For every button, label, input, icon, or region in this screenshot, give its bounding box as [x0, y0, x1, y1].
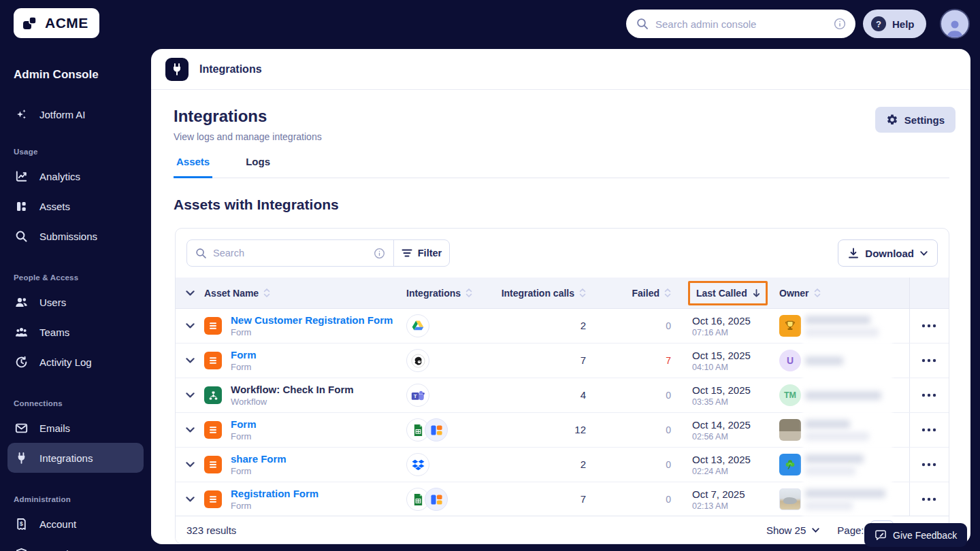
owner-avatar-clover[interactable] [779, 454, 801, 475]
main-content-card: Integrations Integrations View logs and … [151, 49, 970, 544]
row-actions-menu[interactable] [921, 463, 936, 467]
column-header-owner[interactable]: Owner [779, 288, 821, 299]
question-mark-icon: ? [871, 16, 886, 31]
settings-button[interactable]: Settings [875, 107, 956, 133]
row-actions-menu[interactable] [921, 497, 936, 501]
sidebar-item-assets[interactable]: Assets [0, 191, 151, 221]
owner-avatar-photo[interactable] [779, 419, 801, 441]
owner-avatar-initial[interactable]: U [779, 350, 801, 371]
form-icon [204, 317, 222, 335]
row-actions-menu[interactable] [921, 393, 936, 397]
row-actions-menu[interactable] [921, 324, 936, 328]
admin-search-bar[interactable] [626, 10, 855, 38]
settings-label: Settings [904, 114, 945, 126]
microsoft-teams-icon: T [406, 384, 429, 407]
table-search[interactable] [187, 240, 393, 266]
last-called-date: Oct 15, 2025 [692, 384, 777, 396]
help-button[interactable]: ? Help [863, 10, 926, 38]
tab-logs[interactable]: Logs [243, 156, 273, 178]
expand-row-icon[interactable] [186, 393, 195, 398]
sidebar: Admin Console Jotform AI Usage Analytics… [0, 48, 151, 551]
column-header-failed[interactable]: Failed [589, 288, 671, 299]
svg-text:T: T [414, 393, 417, 399]
form-icon [204, 456, 222, 473]
asset-type: Form [231, 362, 257, 372]
brand-logo[interactable]: ACME [14, 8, 99, 38]
page-title: Integrations [174, 107, 956, 126]
row-actions-menu[interactable] [921, 358, 936, 363]
asset-name-link[interactable]: Workflow: Check In Form [231, 384, 354, 395]
download-button[interactable]: Download [838, 239, 938, 267]
users-icon [15, 296, 28, 309]
sidebar-item-label: Emails [39, 422, 70, 434]
sort-icon[interactable] [579, 288, 586, 298]
sidebar-item-users[interactable]: Users [0, 287, 151, 317]
page-subtitle: View logs and manage integrations [174, 131, 956, 142]
expand-row-icon[interactable] [186, 427, 195, 433]
sort-icon[interactable] [664, 288, 671, 298]
column-header-asset-name[interactable]: Asset Name [204, 288, 270, 299]
chevron-down-icon [920, 251, 928, 256]
sidebar-item-security[interactable]: Security [0, 539, 151, 551]
column-header-integrations[interactable]: Integrations [406, 288, 472, 299]
info-icon[interactable] [834, 18, 846, 30]
table-row: New Customer Registration Form Form 2 0 … [176, 309, 949, 344]
sidebar-item-submissions[interactable]: Submissions [0, 221, 151, 251]
sidebar-item-account[interactable]: $ Account [0, 509, 151, 539]
search-filter-group: Filter [186, 239, 450, 267]
jotform-tables-icon [425, 488, 448, 511]
user-avatar[interactable] [940, 9, 970, 39]
sidebar-item-analytics[interactable]: Analytics [0, 161, 151, 191]
asset-name-link[interactable]: Registration Form [231, 488, 318, 499]
sidebar-item-jotform-ai[interactable]: Jotform AI [0, 99, 151, 129]
owner-avatar-photo[interactable] [779, 488, 801, 510]
breadcrumb: Integrations [151, 49, 970, 90]
sidebar-item-teams[interactable]: Teams [0, 317, 151, 347]
expand-row-icon[interactable] [186, 497, 195, 502]
info-icon[interactable] [374, 248, 385, 259]
sidebar-item-integrations[interactable]: Integrations [7, 443, 144, 473]
sidebar-item-activity-log[interactable]: Activity Log [0, 347, 151, 377]
sort-desc-icon[interactable] [753, 289, 760, 297]
column-header-last-called[interactable]: Last Called [688, 281, 768, 305]
shield-icon [15, 548, 28, 551]
expand-all-icon[interactable] [186, 290, 195, 296]
last-called-time: 04:10 AM [692, 363, 777, 372]
tab-assets[interactable]: Assets [174, 156, 212, 178]
column-header-integration-calls[interactable]: Integration calls [499, 288, 586, 299]
show-per-page-select[interactable]: Show 25 [766, 524, 819, 536]
analytics-icon [15, 170, 28, 183]
sort-icon[interactable] [263, 288, 270, 298]
table-search-input[interactable] [213, 248, 368, 258]
plug-icon [15, 452, 28, 465]
expand-row-icon[interactable] [186, 323, 195, 329]
row-actions-menu[interactable] [921, 428, 936, 432]
sort-icon[interactable] [814, 288, 821, 298]
asset-name-link[interactable]: share Form [231, 453, 287, 465]
brand-name: ACME [45, 15, 88, 31]
show-per-page-label: Show 25 [766, 524, 806, 536]
download-label: Download [865, 248, 914, 259]
admin-search-input[interactable] [655, 18, 827, 30]
sort-icon[interactable] [466, 288, 472, 298]
asset-type: Form [231, 466, 287, 476]
chevron-down-icon [812, 528, 819, 533]
integration-calls-value: 4 [581, 389, 586, 401]
teams-icon [15, 326, 28, 339]
last-called-time: 02:24 AM [692, 467, 777, 476]
section-title: Assets with Integrations [174, 197, 970, 213]
expand-row-icon[interactable] [186, 462, 195, 467]
give-feedback-button[interactable]: Give Feedback [864, 523, 967, 547]
filter-button[interactable]: Filter [393, 240, 449, 266]
asset-name-link[interactable]: Form [231, 418, 257, 430]
failed-value: 0 [666, 390, 671, 401]
integration-calls-value: 7 [581, 493, 586, 505]
expand-row-icon[interactable] [186, 358, 195, 363]
form-icon [204, 352, 222, 369]
table-row: Registration Form Form 7 0 Oct 7, 2025 0… [176, 482, 949, 517]
owner-avatar-initials[interactable]: TM [779, 384, 801, 406]
owner-avatar-trophy[interactable] [779, 315, 801, 337]
sidebar-item-emails[interactable]: Emails [0, 413, 151, 443]
asset-name-link[interactable]: New Customer Registration Form [231, 314, 393, 326]
asset-name-link[interactable]: Form [231, 349, 257, 361]
